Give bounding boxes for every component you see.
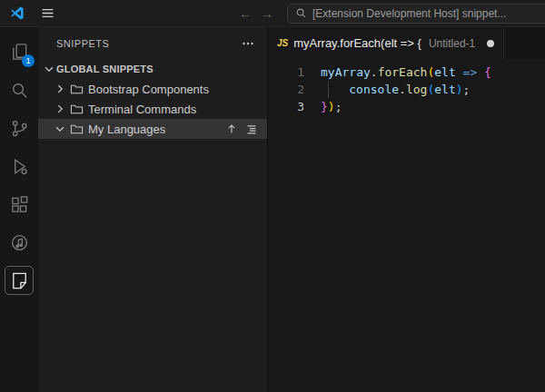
more-actions-icon[interactable] — [238, 34, 258, 54]
vscode-logo — [9, 5, 25, 21]
line-number: 1 — [268, 64, 304, 81]
code-text: myArray.forEach(elt => { — [321, 64, 491, 81]
code-token: elt — [434, 65, 455, 79]
code-token: ; — [335, 100, 342, 113]
code-lines: 1myArray.forEach(elt => {2console.log(el… — [268, 64, 545, 115]
tree-item-terminal-commands[interactable]: Terminal Commands — [38, 99, 267, 119]
code-token: log — [406, 83, 427, 96]
tree-item-bootstrap-components[interactable]: Bootstrap Components — [38, 79, 267, 99]
move-up-icon[interactable] — [223, 121, 240, 137]
activity-search[interactable] — [0, 71, 38, 109]
source-control-icon — [9, 118, 30, 139]
section-label: GLOBAL SNIPPETS — [56, 64, 154, 74]
activity-media[interactable] — [0, 223, 38, 261]
tree-section-global-snippets[interactable]: GLOBAL SNIPPETS — [38, 59, 267, 79]
indent-guide — [321, 81, 349, 98]
code-token: => — [463, 65, 478, 79]
chevron-down-icon[interactable] — [42, 62, 56, 76]
command-center[interactable]: [Extension Development Host] snippet... — [287, 4, 545, 24]
editor-group: JS myArray.forEach(elt => { Untitled-1 1… — [268, 27, 545, 392]
chevron-down-icon[interactable] — [53, 122, 67, 136]
activity-extensions[interactable] — [0, 185, 38, 223]
sidebar: SNIPPETS GLOBAL SNIPPETS Bootstrap Com — [38, 27, 268, 392]
modified-dot-icon[interactable] — [487, 40, 494, 47]
tab-label: myArray.forEach(elt => { — [293, 36, 421, 50]
search-icon — [9, 80, 30, 101]
collapse-list-icon[interactable] — [243, 121, 260, 137]
folder-icon — [69, 82, 84, 96]
code-token: . — [371, 65, 378, 79]
code-line[interactable]: 2console.log(elt); — [268, 81, 545, 98]
javascript-lang-icon: JS — [277, 38, 288, 48]
folder-icon — [69, 102, 84, 116]
tree-item-label: Terminal Commands — [88, 103, 196, 116]
code-token: console — [349, 83, 399, 96]
code-editor[interactable]: 1myArray.forEach(elt => {2console.log(el… — [268, 59, 545, 115]
code-token: elt — [434, 83, 455, 96]
activity-source-control[interactable] — [0, 109, 38, 147]
extensions-icon — [9, 194, 30, 215]
tree-item-my-languages[interactable]: My Languages — [38, 119, 267, 139]
window-title: [Extension Development Host] snippet... — [312, 7, 506, 20]
code-token: ) — [456, 83, 463, 96]
activity-run-debug[interactable] — [0, 147, 38, 185]
code-token — [456, 65, 463, 79]
debug-icon — [9, 156, 30, 177]
folder-opened-icon — [69, 122, 84, 136]
code-token: ; — [463, 83, 471, 96]
explorer-badge: 1 — [22, 54, 35, 67]
code-token: { — [484, 65, 491, 79]
title-bar: ← → [Extension Development Host] snippet… — [0, 0, 545, 27]
code-text: console.log(elt); — [321, 81, 470, 98]
forward-icon[interactable]: → — [256, 3, 278, 24]
active-indicator — [5, 266, 34, 295]
code-token: . — [399, 83, 406, 96]
tab-secondary-label: Untitled-1 — [429, 37, 475, 50]
activity-explorer[interactable]: 1 — [0, 33, 38, 71]
code-text: }); — [321, 98, 342, 115]
sidebar-title: SNIPPETS — [56, 38, 109, 49]
back-icon[interactable]: ← — [234, 3, 256, 24]
tree-item-label: My Languages — [88, 122, 165, 136]
activity-snippets[interactable] — [0, 261, 38, 299]
chevron-right-icon[interactable] — [53, 102, 67, 116]
music-note-icon — [9, 232, 30, 253]
code-token — [477, 65, 484, 79]
tab-bar: JS myArray.forEach(elt => { Untitled-1 — [268, 27, 545, 59]
code-token: } — [321, 100, 328, 113]
code-line[interactable]: 3}); — [268, 98, 545, 115]
chevron-right-icon[interactable] — [53, 82, 67, 96]
tab-untitled-1[interactable]: JS myArray.forEach(elt => { Untitled-1 — [268, 27, 504, 59]
row-actions — [223, 121, 267, 137]
code-line[interactable]: 1myArray.forEach(elt => { — [268, 64, 545, 81]
vscode-window: ← → [Extension Development Host] snippet… — [0, 0, 545, 392]
search-icon — [295, 7, 307, 19]
line-number: 3 — [268, 98, 304, 115]
line-number: 2 — [268, 81, 304, 98]
code-token: myArray — [321, 65, 371, 79]
activity-bar: 1 — [0, 27, 38, 392]
tree-item-label: Bootstrap Components — [88, 83, 209, 96]
code-token: forEach — [378, 65, 428, 79]
menu-icon[interactable] — [36, 3, 58, 24]
code-token: ) — [328, 100, 335, 113]
